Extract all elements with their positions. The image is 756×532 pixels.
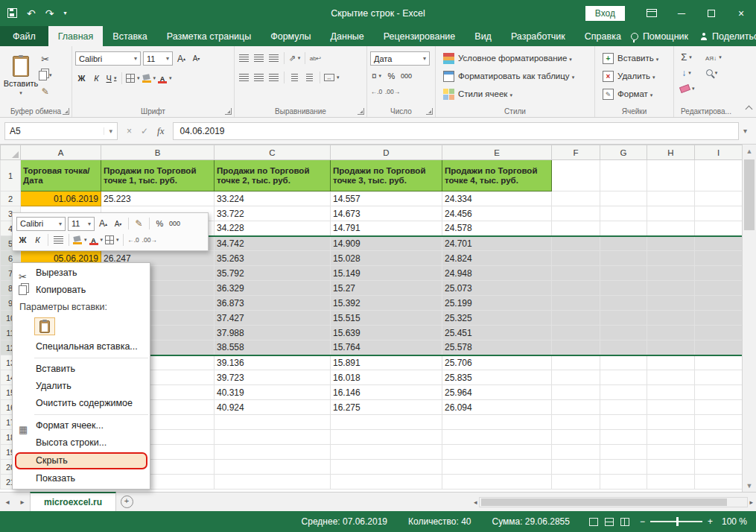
cell-C4[interactable]: 34.228 bbox=[215, 221, 331, 236]
cell-G18[interactable] bbox=[600, 430, 647, 445]
cell-G16[interactable] bbox=[600, 400, 647, 415]
cell-I5[interactable] bbox=[695, 236, 743, 251]
cancel-icon[interactable]: × bbox=[127, 126, 132, 136]
align-left-icon[interactable] bbox=[238, 71, 250, 84]
cell-I9[interactable] bbox=[695, 296, 743, 311]
cell-C9[interactable]: 36.873 bbox=[215, 296, 331, 311]
cell-F17[interactable] bbox=[552, 415, 600, 430]
cell-F5[interactable] bbox=[552, 236, 600, 251]
scroll-left-icon[interactable]: ◂ bbox=[474, 498, 477, 506]
scroll-up-icon[interactable]: ▲ bbox=[743, 145, 756, 157]
context-menu-hide[interactable]: Скрыть bbox=[15, 452, 147, 469]
cell-D18[interactable] bbox=[331, 430, 442, 445]
cell-G11[interactable] bbox=[600, 326, 647, 341]
format-cells-ribbon-button[interactable]: Формат bbox=[598, 85, 670, 103]
cell-B1[interactable]: Продажи по Торговой точке 1, тыс. руб. bbox=[101, 160, 215, 191]
borders-icon[interactable] bbox=[105, 233, 119, 247]
col-header-F[interactable]: F bbox=[552, 145, 600, 160]
row-header-2[interactable]: 2 bbox=[1, 191, 21, 206]
cell-E3[interactable]: 24.456 bbox=[442, 206, 552, 221]
cell-D19[interactable] bbox=[331, 445, 442, 460]
cell-G20[interactable] bbox=[600, 460, 647, 475]
cell-H20[interactable] bbox=[647, 460, 695, 475]
cell-E15[interactable]: 25.964 bbox=[442, 385, 552, 400]
cell-D4[interactable]: 14.791 bbox=[331, 221, 442, 236]
cell-F8[interactable] bbox=[552, 281, 600, 296]
context-menu-show[interactable]: Показать bbox=[13, 470, 150, 487]
cell-H4[interactable] bbox=[647, 221, 695, 236]
customize-qat-icon[interactable]: ▾ bbox=[63, 10, 66, 16]
dialog-launcher-icon[interactable] bbox=[358, 108, 364, 115]
cell-C19[interactable] bbox=[215, 445, 331, 460]
cell-F18[interactable] bbox=[552, 430, 600, 445]
cell-E21[interactable] bbox=[442, 475, 552, 490]
zoom-level[interactable]: 100 % bbox=[722, 516, 756, 527]
mini-font-size-combo[interactable]: 11▾ bbox=[68, 217, 95, 231]
cell-F15[interactable] bbox=[552, 385, 600, 400]
cell-E18[interactable] bbox=[442, 430, 552, 445]
cell-G7[interactable] bbox=[600, 266, 647, 281]
cell-C12[interactable]: 38.558 bbox=[215, 341, 331, 355]
context-menu-copy[interactable]: Копировать bbox=[13, 282, 150, 299]
cell-C8[interactable]: 36.329 bbox=[215, 281, 331, 296]
cell-G12[interactable] bbox=[600, 341, 647, 355]
vertical-scrollbar[interactable]: ▲ ▼ bbox=[742, 145, 756, 492]
cell-I11[interactable] bbox=[695, 326, 743, 341]
cell-C21[interactable] bbox=[215, 475, 331, 490]
cell-E16[interactable]: 26.094 bbox=[442, 400, 552, 415]
ribbon-display-options-icon[interactable] bbox=[637, 0, 667, 26]
percent-format-icon[interactable]: % bbox=[153, 217, 166, 230]
cell-I8[interactable] bbox=[695, 281, 743, 296]
cell-D5[interactable]: 14.909 bbox=[331, 236, 442, 251]
ribbon-tab-insert[interactable]: Вставка bbox=[103, 26, 156, 46]
cell-H3[interactable] bbox=[647, 206, 695, 221]
cell-E19[interactable] bbox=[442, 445, 552, 460]
bold-button[interactable]: Ж bbox=[75, 72, 88, 85]
horizontal-scrollbar[interactable]: ◂ ▸ bbox=[471, 493, 756, 511]
cell-C7[interactable]: 35.792 bbox=[215, 266, 331, 281]
format-painter-icon[interactable] bbox=[39, 85, 52, 98]
cell-D1[interactable]: Продажи по Торговой точке 3, тыс. руб. bbox=[331, 160, 442, 191]
cell-C20[interactable] bbox=[215, 460, 331, 475]
cell-I17[interactable] bbox=[695, 415, 743, 430]
align-bottom-icon[interactable] bbox=[267, 51, 280, 65]
cell-C5[interactable]: 34.742 bbox=[215, 236, 331, 251]
page-layout-view-icon[interactable] bbox=[605, 518, 614, 526]
cell-E20[interactable] bbox=[442, 460, 552, 475]
copy-icon[interactable] bbox=[39, 69, 52, 82]
cell-D2[interactable]: 14.557 bbox=[331, 191, 442, 206]
cell-A2[interactable]: 01.06.2019 bbox=[21, 191, 101, 206]
cell-I18[interactable] bbox=[695, 430, 743, 445]
align-middle-icon[interactable] bbox=[252, 51, 265, 65]
cell-I16[interactable] bbox=[695, 400, 743, 415]
fill-color-icon[interactable] bbox=[73, 233, 87, 247]
cell-F7[interactable] bbox=[552, 266, 600, 281]
cell-H10[interactable] bbox=[647, 311, 695, 326]
cell-E8[interactable]: 25.073 bbox=[442, 281, 552, 296]
close-button[interactable]: × bbox=[726, 0, 756, 26]
paste-option-button[interactable] bbox=[34, 317, 55, 335]
fill-icon[interactable] bbox=[680, 66, 693, 80]
cell-E2[interactable]: 24.334 bbox=[442, 191, 552, 206]
font-name-combo[interactable]: Calibri▾ bbox=[75, 51, 141, 66]
borders-icon[interactable] bbox=[126, 72, 140, 85]
cell-D10[interactable]: 15.515 bbox=[331, 311, 442, 326]
cell-F13[interactable] bbox=[552, 355, 600, 370]
paste-button[interactable]: Вставить ▾ bbox=[3, 49, 39, 103]
italic-button[interactable]: К bbox=[90, 72, 103, 85]
cell-F11[interactable] bbox=[552, 326, 600, 341]
cell-H17[interactable] bbox=[647, 415, 695, 430]
col-header-I[interactable]: I bbox=[695, 145, 743, 160]
clear-icon[interactable] bbox=[680, 82, 695, 95]
formula-bar-expand-icon[interactable]: ▾ bbox=[739, 127, 752, 135]
cell-E9[interactable]: 25.199 bbox=[442, 296, 552, 311]
share-button[interactable]: Поделиться bbox=[700, 31, 756, 42]
cell-F16[interactable] bbox=[552, 400, 600, 415]
cell-D14[interactable]: 16.018 bbox=[331, 370, 442, 385]
col-header-H[interactable]: H bbox=[647, 145, 695, 160]
cell-H19[interactable] bbox=[647, 445, 695, 460]
zoom-thumb[interactable] bbox=[676, 517, 679, 526]
thousands-format-icon[interactable]: 000 bbox=[168, 217, 181, 230]
cell-E12[interactable]: 25.578 bbox=[442, 341, 552, 355]
cell-I20[interactable] bbox=[695, 460, 743, 475]
